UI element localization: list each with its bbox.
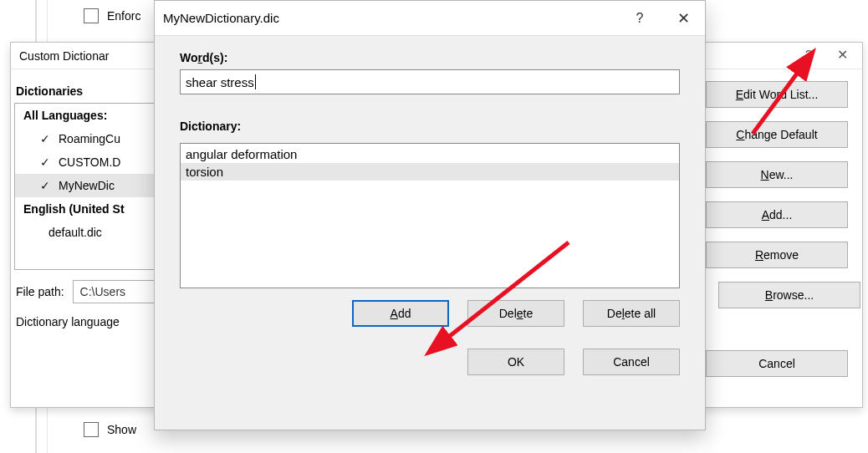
edit-word-list-button[interactable]: Edit Word List... (706, 81, 848, 108)
word-input[interactable]: shear stress (180, 69, 680, 94)
change-default-button[interactable]: Change Default (706, 121, 848, 148)
list-item-label: MyNewDic (59, 179, 115, 192)
help-icon[interactable]: ? (618, 1, 661, 36)
checkbox-icon[interactable] (40, 155, 50, 169)
list-item-label: RoamingCu (59, 132, 120, 145)
dictionary-label: Dictionary: (180, 120, 680, 133)
bg-enforce-label: Enforc (107, 9, 140, 23)
close-icon[interactable]: ✕ (825, 43, 859, 66)
edit-dictionary-dialog: MyNewDictionary.dic ? ✕ Word(s): shear s… (154, 0, 706, 430)
add-dictionary-button[interactable]: Add... (706, 201, 848, 228)
dictionary-entries-list[interactable]: angular deformation torsion (180, 143, 680, 288)
dialog-titlebar: MyNewDictionary.dic ? ✕ (155, 1, 705, 36)
close-icon[interactable]: ✕ (661, 1, 705, 36)
cancel-button[interactable]: Cancel (706, 350, 848, 377)
checkbox-icon[interactable] (40, 179, 50, 192)
delete-all-button[interactable]: Delete all (583, 300, 680, 327)
text-cursor (255, 74, 256, 89)
bg-show-label: Show (107, 423, 136, 436)
list-item[interactable]: angular deformation (181, 145, 679, 163)
list-item-label: default.dic (49, 226, 102, 239)
checkbox-icon (84, 8, 99, 23)
checkbox-icon (84, 422, 99, 437)
list-item-label: CUSTOM.D (59, 155, 120, 169)
ok-button[interactable]: OK (467, 349, 564, 375)
help-icon[interactable]: ? (792, 43, 825, 66)
new-button[interactable]: New... (706, 161, 848, 188)
filepath-label: File path: (16, 285, 64, 298)
word-input-value: shear stress (186, 75, 254, 89)
words-label: Word(s): (180, 51, 680, 64)
bg-show-checkbox[interactable]: Show (84, 422, 136, 437)
remove-button[interactable]: Remove (706, 242, 848, 268)
checkbox-icon[interactable] (40, 132, 50, 145)
dialog-title-text: MyNewDictionary.dic (163, 11, 279, 25)
dialog-title-text: Custom Dictionar (19, 49, 109, 63)
browse-button[interactable]: Browse... (718, 282, 860, 308)
delete-word-button[interactable]: Delete (467, 300, 564, 327)
cancel-button[interactable]: Cancel (583, 349, 680, 375)
bg-enforce-checkbox[interactable]: Enforc (84, 8, 140, 23)
add-word-button[interactable]: Add (352, 300, 449, 327)
list-item[interactable]: torsion (181, 163, 679, 181)
